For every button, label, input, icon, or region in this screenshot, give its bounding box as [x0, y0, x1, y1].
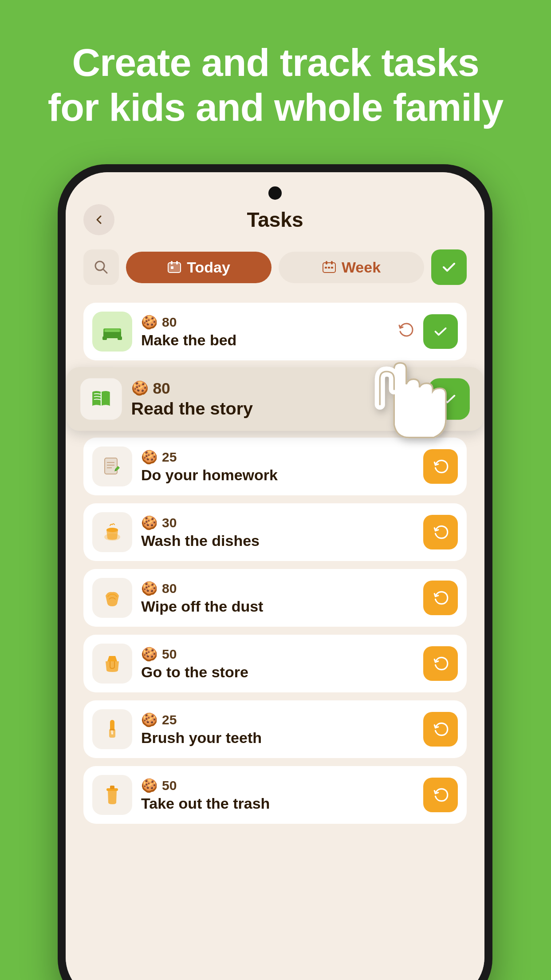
task-name: Take out the trash [141, 795, 414, 812]
task-item[interactable]: 🍪 80 Make the bed [83, 303, 467, 360]
task-info: 🍪 80 Read the story [131, 379, 390, 419]
cookie-icon: 🍪 [141, 581, 157, 596]
task-icon [92, 312, 132, 352]
svg-rect-14 [102, 336, 107, 340]
filter-bar: Today Week [66, 241, 484, 298]
repeat-button[interactable] [423, 449, 458, 484]
undo-button[interactable] [399, 387, 419, 411]
task-name: Wipe off the dust [141, 598, 414, 615]
check-all-button[interactable] [431, 249, 467, 285]
filter-week-button[interactable]: Week [279, 252, 424, 283]
task-item[interactable]: 🍪 25 Do your homework [83, 438, 467, 495]
task-points: 🍪 80 [141, 581, 414, 596]
headline: Create and track tasks for kids and whol… [0, 0, 551, 156]
svg-rect-9 [325, 267, 327, 269]
complete-button[interactable] [428, 378, 470, 420]
task-icon [92, 644, 132, 684]
task-info: 🍪 25 Do your homework [141, 449, 414, 484]
cookie-icon: 🍪 [141, 314, 157, 330]
cookie-icon: 🍪 [141, 449, 157, 465]
task-item[interactable]: 🍪 80 Wipe off the dust [83, 569, 467, 627]
task-item[interactable]: 🍪 30 Wash the dishes [83, 503, 467, 561]
task-name: Read the story [131, 399, 390, 419]
task-list: 🍪 80 Make the bed [66, 298, 484, 828]
task-points: 🍪 80 [131, 379, 390, 397]
repeat-button[interactable] [423, 712, 458, 747]
svg-rect-16 [105, 329, 120, 332]
task-icon [92, 709, 132, 749]
task-icon [92, 578, 132, 618]
cookie-icon: 🍪 [141, 515, 157, 530]
task-info: 🍪 80 Make the bed [141, 314, 388, 349]
task-points: 🍪 50 [141, 778, 414, 793]
complete-button[interactable] [423, 314, 458, 349]
app-content: Tasks [66, 172, 484, 980]
task-item[interactable]: 🍪 50 Go to the store [83, 635, 467, 692]
cookie-icon: 🍪 [141, 712, 157, 727]
headline-line1: Create and track tasks [72, 40, 479, 84]
task-info: 🍪 30 Wash the dishes [141, 515, 414, 549]
task-name: Wash the dishes [141, 532, 414, 549]
cookie-icon: 🍪 [141, 646, 157, 662]
week-label: Week [342, 259, 381, 276]
task-name: Go to the store [141, 664, 414, 681]
task-info: 🍪 50 Go to the store [141, 646, 414, 681]
svg-rect-17 [105, 458, 117, 474]
page-title: Tasks [247, 208, 303, 232]
svg-rect-27 [110, 786, 114, 789]
svg-rect-3 [171, 261, 173, 265]
svg-rect-7 [326, 261, 327, 265]
svg-rect-25 [110, 729, 114, 731]
phone-frame: Tasks [58, 164, 492, 980]
task-points: 🍪 50 [141, 646, 414, 662]
repeat-button[interactable] [423, 515, 458, 549]
task-icon [92, 775, 132, 815]
filter-today-button[interactable]: Today [126, 252, 272, 283]
task-info: 🍪 25 Brush your teeth [141, 712, 414, 747]
svg-rect-4 [176, 261, 178, 265]
task-points: 🍪 25 [141, 712, 414, 727]
back-button[interactable] [83, 204, 114, 235]
task-points: 🍪 30 [141, 515, 414, 530]
task-points: 🍪 25 [141, 449, 414, 465]
phone-screen: Tasks [66, 172, 484, 980]
task-icon [92, 447, 132, 486]
task-name: Brush your teeth [141, 729, 414, 747]
svg-point-22 [106, 528, 118, 532]
task-icon [80, 378, 122, 420]
task-icon [92, 512, 132, 552]
task-item[interactable]: 🍪 50 Take out the trash [83, 766, 467, 824]
repeat-button[interactable] [423, 646, 458, 681]
repeat-button[interactable] [423, 581, 458, 615]
repeat-button[interactable] [423, 778, 458, 812]
svg-rect-1 [168, 263, 181, 273]
cookie-icon: 🍪 [141, 778, 157, 793]
task-points: 🍪 80 [141, 314, 388, 330]
svg-rect-5 [171, 266, 173, 269]
svg-rect-15 [118, 336, 122, 340]
undo-button[interactable] [397, 321, 414, 343]
headline-line2: for kids and whole family [48, 85, 503, 129]
top-bar: Tasks [66, 172, 484, 241]
camera-notch [268, 186, 282, 200]
search-button[interactable] [83, 249, 119, 285]
task-name: Do your homework [141, 466, 414, 484]
svg-rect-10 [328, 267, 330, 269]
svg-rect-11 [331, 267, 333, 269]
task-info: 🍪 50 Take out the trash [141, 778, 414, 812]
cookie-icon: 🍪 [131, 380, 148, 396]
task-info: 🍪 80 Wipe off the dust [141, 581, 414, 615]
task-item[interactable]: 🍪 25 Brush your teeth [83, 700, 467, 758]
today-label: Today [187, 259, 230, 276]
svg-rect-8 [331, 261, 333, 265]
task-item-highlighted[interactable]: 🍪 80 Read the story [67, 367, 484, 431]
task-name: Make the bed [141, 332, 388, 349]
